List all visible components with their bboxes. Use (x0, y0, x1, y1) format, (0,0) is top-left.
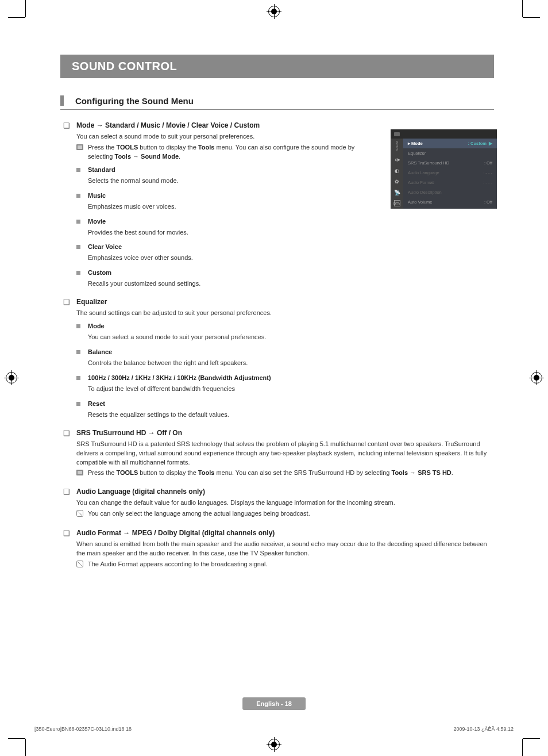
eq-mode: Mode (88, 322, 494, 331)
antenna-icon: 📡 (394, 189, 400, 195)
osd-sidebar-label: Sound (395, 141, 399, 151)
picture-icon: ◐ (394, 167, 400, 174)
equalizer-heading: Equalizer (76, 298, 494, 306)
q-bullet: ❑ (63, 429, 70, 438)
registration-mark (268, 6, 280, 17)
section-heading: Configuring the Sound Menu (60, 95, 494, 110)
tools-icon (76, 144, 83, 153)
mode-music: Music (88, 191, 371, 201)
q-bullet: ❑ (63, 529, 70, 538)
mode-standard: Standard (88, 166, 371, 175)
mode-intro: You can select a sound mode to suit your… (76, 132, 371, 141)
page-number: English - 18 (242, 697, 306, 710)
mode-custom: Custom (88, 268, 371, 278)
osd-row-audio-description: Audio Description (403, 187, 497, 197)
registration-mark (531, 372, 542, 383)
osd-preview: Sound 🕪 ◐ ✿ 📡 DTV ▸ Mode: Custom▶ Equali… (391, 129, 497, 209)
eq-reset: Reset (88, 400, 494, 409)
osd-row-audio-language: Audio Language: - - - (403, 168, 497, 178)
osd-row-equalizer: Equalizer (403, 148, 497, 158)
svg-line-7 (78, 562, 82, 566)
section-title-text: Configuring the Sound Menu (75, 96, 194, 106)
input-icon: DTV (394, 200, 400, 206)
eq-bandwidth: 100Hz / 300Hz / 1KHz / 3KHz / 10KHz (Ban… (88, 374, 494, 383)
srs-tools-note: Press the TOOLS button to display the To… (88, 469, 453, 478)
osd-row-srs: SRS TruSurround HD: Off (403, 158, 497, 168)
q-bullet: ❑ (63, 298, 70, 306)
osd-row-audio-format: Audio Format: - - - (403, 178, 497, 187)
mode-movie: Movie (88, 217, 371, 227)
note-icon (76, 510, 83, 520)
audio-format-note: The Audio Format appears according to th… (88, 560, 267, 569)
osd-row-mode: ▸ Mode: Custom▶ (403, 139, 497, 148)
note-icon (76, 561, 83, 570)
audio-lang-desc: You can change the default value for aud… (76, 498, 494, 508)
mode-clear-voice: Clear Voice (88, 243, 371, 252)
q-bullet: ❑ (63, 488, 70, 496)
audio-lang-note: You can only select the language among t… (88, 509, 310, 519)
registration-mark (268, 739, 280, 750)
footer-file: [350-Eeuro]BN68-02357C-03L10.ind18 18 (34, 726, 132, 732)
tv-icon (394, 132, 400, 136)
svg-rect-3 (78, 471, 82, 474)
svg-line-5 (78, 511, 82, 516)
footer-timestamp: 2009-10-13 ¿ÀÈÄ 4:59:12 (453, 726, 514, 732)
page-header: SOUND CONTROL (60, 55, 494, 78)
equalizer-intro: The sound settings can be adjusted to su… (76, 309, 494, 318)
srs-desc: SRS TruSurround HD is a patented SRS tec… (76, 440, 494, 467)
gear-icon: ✿ (394, 178, 400, 185)
audio-format-heading: Audio Format → MPEG / Dolby Digital (dig… (76, 529, 494, 537)
srs-heading: SRS TruSurround HD → Off / On (76, 429, 494, 437)
q-bullet: ❑ (63, 121, 70, 130)
audio-lang-heading: Audio Language (digital channels only) (76, 488, 494, 496)
mode-tools-note: Press the TOOLS button to display the To… (88, 143, 371, 162)
svg-rect-1 (78, 145, 82, 149)
mode-heading: Mode → Standard / Music / Movie / Clear … (76, 121, 371, 129)
audio-format-desc: When sound is emitted from both the main… (76, 540, 494, 558)
footer-meta: [350-Eeuro]BN68-02357C-03L10.ind18 18 20… (34, 726, 514, 732)
osd-row-auto-volume: Auto Volume: Off (403, 197, 497, 207)
registration-mark (6, 372, 17, 383)
eq-balance: Balance (88, 348, 494, 357)
speaker-icon: 🕪 (394, 156, 400, 163)
tools-icon (76, 469, 83, 478)
